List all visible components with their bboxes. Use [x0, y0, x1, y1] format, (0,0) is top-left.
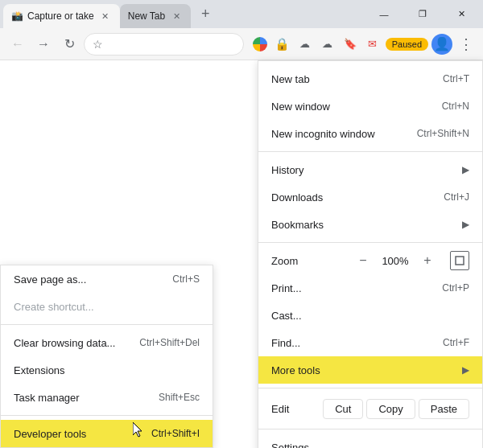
menu-divider-4	[258, 429, 482, 430]
tab-bar: 📸 Capture or take ✕ New Tab ✕ +	[3, 0, 359, 28]
star-icon: ☆	[93, 38, 103, 51]
zoom-label: Zoom	[271, 255, 353, 267]
menu-label-find: Find...	[271, 337, 300, 349]
maximize-button[interactable]: ❐	[404, 2, 441, 27]
zoom-value: 100%	[379, 255, 411, 267]
shortcut-developer-tools: Ctrl+Shift+I	[151, 428, 200, 439]
menu-label-downloads: Downloads	[271, 191, 323, 203]
shortcut-task-manager: Shift+Esc	[159, 392, 200, 403]
shortcut-new-tab: Ctrl+T	[443, 73, 469, 84]
menu-item-new-window[interactable]: New window Ctrl+N	[258, 92, 482, 120]
edit-buttons: Cut Copy Paste	[323, 399, 469, 419]
close-button[interactable]: ✕	[443, 2, 480, 27]
menu-item-extensions[interactable]: Extensions	[1, 356, 213, 384]
menu-item-bookmarks[interactable]: Bookmarks ▶	[258, 211, 482, 238]
menu-item-find[interactable]: Find... Ctrl+F	[258, 329, 482, 356]
zoom-plus-button[interactable]: +	[418, 251, 437, 270]
menu-item-downloads[interactable]: Downloads Ctrl+J	[258, 183, 482, 211]
left-menu-divider-1	[1, 324, 213, 325]
zoom-expand-button[interactable]	[450, 251, 469, 270]
paste-button[interactable]: Paste	[419, 399, 469, 419]
menu-divider-2	[258, 242, 482, 243]
svg-rect-0	[456, 257, 464, 265]
menu-item-developer-tools[interactable]: Developer tools Ctrl+Shift+I	[1, 420, 213, 447]
menu-label-save-page: Save page as...	[14, 273, 86, 286]
shortcut-clear-data: Ctrl+Shift+Del	[139, 337, 200, 348]
toolbar: ← → ↻ ☆ 🔒 ☁ ☁ 🔖 ✉ Paused 👤 ⋮	[0, 28, 483, 60]
minimize-button[interactable]: —	[365, 2, 402, 27]
menu-item-history[interactable]: History ▶	[258, 156, 482, 183]
tab-close-1[interactable]: ✕	[99, 10, 112, 23]
tab-title-2: New Tab	[128, 10, 165, 22]
zoom-minus-button[interactable]: −	[353, 251, 373, 270]
menu-label-cast: Cast...	[271, 310, 302, 322]
forward-button[interactable]: →	[32, 33, 55, 55]
more-tools-submenu: Save page as... Ctrl+S Create shortcut..…	[0, 265, 213, 448]
tab-title-1: Capture or take	[27, 10, 94, 22]
menu-item-new-tab[interactable]: New tab Ctrl+T	[258, 65, 482, 92]
ext-icon-3[interactable]: ☁	[318, 35, 337, 54]
tab-favicon-1: 📸	[11, 10, 23, 22]
shortcut-save-page: Ctrl+S	[172, 273, 200, 285]
edit-row: Edit Cut Copy Paste	[258, 393, 482, 425]
grammarly-icon[interactable]	[250, 35, 270, 54]
menu-divider-1	[258, 151, 482, 152]
cut-button[interactable]: Cut	[323, 399, 363, 419]
g-badge	[253, 37, 267, 51]
menu-label-extensions: Extensions	[14, 364, 65, 376]
browser-frame: 📸 Capture or take ✕ New Tab ✕ + — ❐ ✕ ← …	[0, 0, 483, 448]
menu-item-new-incognito[interactable]: New incognito window Ctrl+Shift+N	[258, 120, 482, 147]
bookmarks-arrow: ▶	[462, 219, 469, 230]
menu-label-bookmarks: Bookmarks	[271, 219, 324, 231]
fullscreen-icon	[455, 256, 464, 265]
title-bar: 📸 Capture or take ✕ New Tab ✕ + — ❐ ✕	[0, 0, 483, 28]
tab-newtab[interactable]: New Tab ✕	[120, 4, 191, 28]
zoom-controls: − 100% +	[353, 251, 469, 270]
ext-icon-4[interactable]: 🔖	[341, 35, 360, 54]
menu-label-task-manager: Task manager	[14, 392, 80, 404]
reload-button[interactable]: ↻	[58, 33, 80, 55]
profile-icon[interactable]: 👤	[431, 34, 452, 55]
menu-label-create-shortcut: Create shortcut...	[14, 301, 94, 313]
menu-label-print: Print...	[271, 282, 302, 294]
ext-icon-2[interactable]: ☁	[295, 35, 315, 54]
shortcut-downloads: Ctrl+J	[444, 191, 469, 203]
tab-close-2[interactable]: ✕	[170, 10, 183, 23]
history-arrow: ▶	[462, 164, 469, 175]
more-tools-arrow: ▶	[462, 364, 469, 376]
back-button[interactable]: ←	[6, 33, 29, 55]
main-content: New tab Ctrl+T New window Ctrl+N New inc…	[0, 60, 483, 448]
new-tab-button[interactable]: +	[194, 3, 217, 26]
address-bar[interactable]: ☆	[84, 33, 244, 55]
menu-item-print[interactable]: Print... Ctrl+P	[258, 274, 482, 302]
shortcut-new-incognito: Ctrl+Shift+N	[417, 128, 469, 139]
shortcut-find: Ctrl+F	[443, 337, 469, 348]
menu-label-new-incognito: New incognito window	[271, 128, 375, 140]
left-menu-divider-2	[1, 415, 213, 416]
chrome-menu-button[interactable]: ⋮	[456, 32, 477, 56]
menu-item-settings[interactable]: Settings	[258, 434, 482, 448]
edit-label: Edit	[271, 403, 323, 415]
menu-item-task-manager[interactable]: Task manager Shift+Esc	[1, 384, 213, 411]
menu-item-more-tools[interactable]: More tools ▶	[258, 356, 482, 384]
copy-button[interactable]: Copy	[366, 399, 415, 419]
menu-item-cast[interactable]: Cast...	[258, 302, 482, 329]
chrome-context-menu: New tab Ctrl+T New window Ctrl+N New inc…	[258, 60, 483, 448]
menu-label-more-tools: More tools	[271, 364, 320, 376]
menu-item-save-page[interactable]: Save page as... Ctrl+S	[1, 265, 213, 293]
menu-item-clear-data[interactable]: Clear browsing data... Ctrl+Shift+Del	[1, 329, 213, 356]
menu-label-developer-tools: Developer tools	[14, 428, 86, 440]
menu-label-new-tab: New tab	[271, 73, 310, 85]
ext-icon-5[interactable]: ✉	[363, 35, 382, 54]
shortcut-print: Ctrl+P	[442, 282, 469, 294]
zoom-row: Zoom − 100% +	[258, 247, 482, 274]
tab-capture[interactable]: 📸 Capture or take ✕	[3, 4, 120, 28]
paused-badge[interactable]: Paused	[386, 38, 428, 51]
window-controls: — ❐ ✕	[365, 0, 480, 28]
shortcut-new-window: Ctrl+N	[442, 101, 469, 112]
ext-icon-1[interactable]: 🔒	[273, 35, 292, 54]
menu-label-new-window: New window	[271, 101, 330, 113]
menu-label-history: History	[271, 164, 303, 176]
extension-icons: 🔒 ☁ ☁ 🔖 ✉	[250, 35, 382, 54]
menu-label-clear-data: Clear browsing data...	[14, 337, 115, 349]
